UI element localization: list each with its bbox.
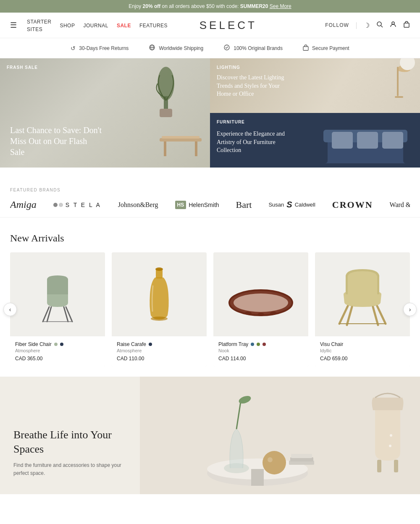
brand-ward-allen[interactable]: Ward & Allen (390, 201, 410, 209)
furniture-title: Experience the Elegance and Artistry of … (217, 130, 292, 155)
color-dot-green (54, 343, 58, 346)
nav-item-sale[interactable]: SALE (117, 21, 131, 29)
bottom-right-image (140, 377, 420, 494)
brands-list: Amiga S T E L A Johnson&Berg HS HelenSmi… (10, 199, 410, 210)
svg-rect-12 (160, 138, 202, 141)
product-name-4: Visu Chair (320, 341, 405, 347)
product-info-4: Visu Chair Idyllic CAD 659.00 (315, 336, 410, 367)
trust-payment: Secure Payment (303, 44, 349, 52)
new-arrivals-section: New Arrivals ‹ (0, 217, 420, 377)
nav-item-journal[interactable]: JOURNAL (83, 21, 108, 29)
featured-brands: FEATURED BRANDS Amiga S T E L A Johnson&… (0, 176, 420, 217)
new-arrivals-title: New Arrivals (10, 233, 410, 244)
brand-stela[interactable]: S T E L A (53, 202, 101, 208)
hamburger-menu[interactable]: ☰ (10, 21, 17, 30)
slider-prev-button[interactable]: ‹ (3, 303, 17, 316)
svg-rect-58 (394, 460, 398, 472)
stela-dot-1 (53, 203, 58, 207)
search-icon[interactable] (376, 21, 383, 29)
sc-icon: S (286, 200, 292, 210)
products-grid: Fiber Side Chair Atmosphere CAD 365.00 (10, 252, 410, 367)
product-image-4 (315, 252, 410, 336)
product-brand-1: Atmosphere (15, 348, 100, 353)
nav-right: FOLLOW | ☽ (289, 21, 410, 29)
featured-label: FEATURED BRANDS (10, 188, 410, 192)
svg-point-10 (158, 67, 174, 100)
follow-button[interactable]: FOLLOW (325, 22, 349, 28)
product-image-1 (10, 252, 105, 336)
moon-icon[interactable]: ☽ (364, 21, 370, 29)
trust-bar: ↺ 30-Days Free Returns Worldwide Shippin… (0, 38, 420, 58)
payment-text: Secure Payment (312, 45, 349, 51)
nav-item-shop[interactable]: SHOP (60, 21, 75, 29)
brand-johnson[interactable]: Johnson&Berg (118, 201, 158, 209)
product-price-3: CAD 114.00 (218, 356, 303, 362)
brand-helensmith[interactable]: HS HelenSmith (175, 201, 219, 209)
svg-rect-14 (195, 141, 197, 156)
shipping-text: Worldwide Shipping (159, 45, 203, 51)
svg-rect-13 (164, 141, 166, 156)
product-brand-3: Nook (218, 348, 303, 353)
site-logo[interactable]: SELECT (200, 19, 257, 31)
svg-rect-11 (160, 109, 172, 117)
products-slider: ‹ (10, 252, 410, 367)
svg-point-38 (257, 313, 264, 316)
svg-point-60 (389, 445, 391, 447)
product-price-4: CAD 659.00 (320, 356, 405, 362)
flash-sale-text: Last Chance to Save: Don't Miss Out on O… (10, 125, 102, 157)
bottom-description: Find the furniture and accessories to sh… (13, 461, 126, 477)
stela-label: S T E L A (66, 202, 101, 208)
bottom-left-text: Breathe Life into Your Spaces Find the f… (0, 377, 140, 494)
banner-text: Enjoy 20% off on all orders above $50 wi… (129, 3, 291, 9)
svg-rect-24 (357, 132, 378, 149)
user-icon[interactable] (390, 21, 396, 29)
product-card-2[interactable]: Raise Carafe Atmosphere CAD 110.00 (112, 252, 207, 367)
svg-point-37 (245, 312, 252, 315)
color-dot-blue (60, 343, 63, 346)
hs-badge: HS (175, 201, 186, 209)
svg-line-41 (377, 306, 386, 324)
nav-left: ☰ STARTER SITES SHOP JOURNAL SALE FEATUR… (10, 18, 168, 33)
original-icon (223, 44, 230, 52)
brand-susan-caldwell[interactable]: Susan S Caldwell (268, 200, 315, 210)
brand-crown[interactable]: CROWN (332, 199, 373, 210)
hero-furniture[interactable]: FURNITURE Experience the Elegance and Ar… (210, 113, 420, 168)
svg-rect-3 (404, 23, 409, 27)
cart-icon[interactable] (403, 21, 410, 29)
svg-rect-23 (332, 132, 353, 149)
lighting-title: Discover the Latest Lighting Trends and … (217, 73, 292, 98)
product-card-4[interactable]: Visu Chair Idyllic CAD 659.00 (315, 252, 410, 367)
svg-point-32 (155, 267, 163, 271)
helensmith-label: HelenSmith (189, 202, 219, 208)
susan-label: Susan (268, 202, 284, 208)
product-brand-4: Idyllic (320, 348, 405, 353)
shipping-icon (149, 44, 155, 52)
hero-lighting[interactable]: LIGHTING Discover the Latest Lighting Tr… (210, 58, 420, 113)
product-name-1: Fiber Side Chair (15, 341, 100, 347)
brand-bart[interactable]: Bart (236, 199, 252, 210)
svg-rect-25 (382, 132, 403, 149)
nav-item-starter[interactable]: STARTER SITES (27, 18, 51, 33)
payment-icon (303, 44, 309, 52)
color-dot-navy (149, 343, 152, 346)
svg-point-53 (268, 457, 273, 462)
svg-line-42 (347, 307, 352, 325)
see-more-link[interactable]: See More (270, 3, 291, 9)
flash-sale-tag: FRASH SALE (7, 65, 38, 70)
trust-original: 100% Original Brands (223, 44, 283, 52)
svg-point-0 (377, 22, 381, 26)
svg-point-33 (151, 317, 168, 321)
svg-rect-56 (291, 454, 312, 458)
product-name-2: Raise Carafe (117, 341, 202, 347)
product-card-3[interactable]: Platform Tray Nook CAD 114.00 (213, 252, 308, 367)
hero-flash-sale[interactable]: FRASH SALE Last Chance to Save: Don't Mi… (0, 58, 210, 168)
svg-rect-16 (397, 67, 399, 96)
product-card-1[interactable]: Fiber Side Chair Atmosphere CAD 365.00 (10, 252, 105, 367)
product-image-2 (112, 252, 207, 336)
brand-amiga[interactable]: Amiga (10, 199, 37, 210)
navigation: ☰ STARTER SITES SHOP JOURNAL SALE FEATUR… (0, 13, 420, 38)
slider-next-button[interactable]: › (403, 303, 417, 316)
furniture-text: Experience the Elegance and Artistry of … (217, 120, 292, 155)
nav-item-features[interactable]: FEATURES (139, 21, 168, 29)
svg-point-36 (234, 293, 288, 312)
